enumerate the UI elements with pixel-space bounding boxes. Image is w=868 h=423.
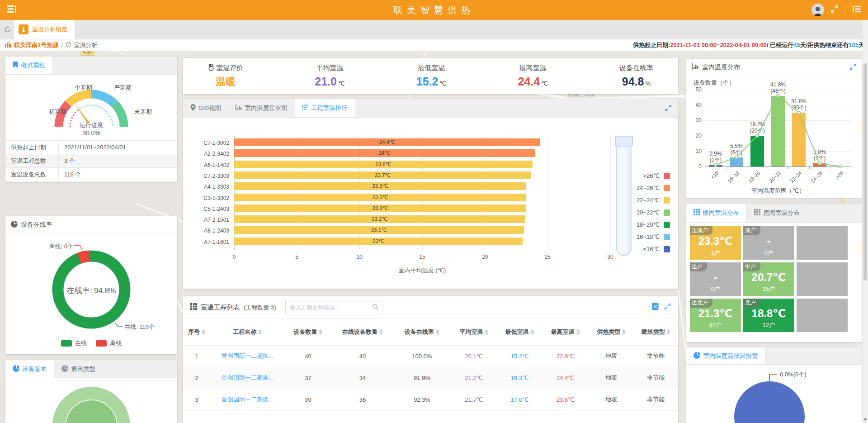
grid-line [610, 136, 611, 250]
expand-icon[interactable] [849, 63, 856, 71]
building-cell[interactable]: 底户18.8℃12户 [743, 299, 794, 332]
overview-attribute-rows: 供热起止日期2021/11/01~2022/04/01室温工程总数3 个室温设备… [5, 140, 177, 181]
legend-item[interactable]: 18~20℃ [637, 219, 670, 231]
sort-caret-icon[interactable] [485, 329, 488, 335]
thermometer-cap [615, 136, 633, 147]
legend-label: 24~26℃ [637, 185, 660, 191]
column-header[interactable]: 建筑类型 [633, 319, 678, 345]
column-header[interactable]: 供热类型 [589, 319, 634, 345]
tab-room-temp-overview[interactable]: 室温分析概览 [14, 20, 75, 39]
expand-icon[interactable] [664, 303, 671, 312]
temp-distribution-chart: 设备数量（个）010203040500.9%(1个)<165.5%(6个)16~… [686, 76, 862, 197]
project-search-input[interactable] [290, 304, 372, 311]
building-cell[interactable]: 边顶户23.3℃1户 [690, 226, 741, 260]
legend-item[interactable]: >26℃ [637, 170, 670, 182]
sidebar-collapse-icon[interactable] [6, 5, 17, 15]
column-header[interactable]: 在线设备数量 [331, 319, 393, 345]
sort-caret-icon[interactable] [576, 329, 580, 335]
sort-caret-icon[interactable] [622, 329, 626, 335]
breadcrumb-source-link[interactable]: 联美浑南1号热源 [14, 41, 58, 49]
ranking-bar: 24.4℃ [234, 138, 540, 146]
cell-position-tag: 边顶户 [690, 226, 712, 235]
sort-caret-icon[interactable] [667, 329, 670, 335]
tab-building-temp[interactable]: 楼内室温分布 [686, 204, 747, 222]
sort-caret-icon[interactable] [319, 329, 322, 335]
ranking-bar: 23.2℃ [234, 215, 525, 223]
expand-icon[interactable] [665, 99, 678, 117]
building-cell[interactable]: 边底户21.3℃82户 [690, 299, 741, 332]
tab-overview-attrs[interactable]: 概览属性 [5, 57, 53, 74]
legend-label: >26℃ [643, 172, 660, 179]
column-header[interactable]: 最低室温 [497, 319, 542, 345]
legend-item[interactable]: 离线 [96, 339, 122, 347]
column-header[interactable]: 最高室温 [542, 319, 589, 345]
overview-panel: 概览属性 初寒期中寒期严寒期末寒期运行进度30.0% 供热起止日期2021/11… [5, 57, 177, 182]
legend-item[interactable]: 24~26℃ [637, 182, 670, 194]
sort-caret-icon[interactable] [202, 329, 205, 335]
heat-source-icon [5, 42, 11, 49]
projects-table-panel: 室温工程列表 (工程数量:3) 序号工程名称设备数量在线设备数量设备在线率平均室… [183, 296, 678, 423]
column-header[interactable]: 序号 [183, 319, 210, 345]
stat-item: 设备在线率94.8% [619, 64, 653, 88]
x-tick-label: 30 [601, 254, 619, 260]
cell-avg: 21.7℃ [450, 389, 497, 410]
search-icon[interactable] [372, 304, 378, 312]
excel-export-icon[interactable] [652, 303, 659, 312]
building-cell[interactable]: 顶户-0户 [743, 226, 794, 260]
legend-item[interactable]: 20~22℃ [637, 206, 670, 219]
cell-devices: 40 [284, 345, 331, 367]
data-label: 41.8%(46个) [762, 81, 794, 94]
legend-item[interactable]: 在线 [61, 339, 87, 347]
sort-caret-icon[interactable] [379, 329, 383, 335]
bar-value-label: 23.2℃ [234, 215, 525, 223]
y-tick-label: 30 [688, 117, 702, 124]
cell-name[interactable]: 首创国际一二期换... [210, 345, 284, 367]
sort-caret-icon[interactable] [531, 329, 534, 335]
cell-index: 3 [183, 389, 210, 410]
tab-comm-type[interactable]: 通讯类型 [54, 360, 103, 378]
refresh-icon[interactable] [0, 20, 14, 39]
column-header[interactable]: 设备数量 [284, 319, 331, 345]
grid-icon [693, 209, 700, 217]
tab-device-version[interactable]: 设备版本 [5, 360, 54, 378]
tab-temp-alarm[interactable]: 室内温度高低温报警 [686, 347, 766, 364]
tab-rank[interactable]: 工程室温排行 [295, 99, 355, 117]
projects-title: 室温工程列表 [201, 303, 240, 312]
legend-item[interactable]: 16~18℃ [637, 231, 670, 243]
dist-bar [750, 136, 764, 166]
cell-household-count: 82户 [690, 321, 741, 329]
alarm-pie-chart: 0.0%(0个) [686, 365, 862, 423]
breadcrumb-separator: / [61, 42, 63, 48]
legend-item[interactable]: <16℃ [637, 243, 670, 255]
cell-name[interactable]: 首创国际一二期换... [210, 367, 284, 389]
y-category-label: A6-1-1402 [184, 162, 229, 168]
scrollbar-down-arrow[interactable] [863, 418, 867, 421]
user-avatar[interactable] [811, 4, 824, 16]
column-header[interactable]: 平均室温 [450, 319, 497, 345]
column-header[interactable]: 工程名称 [210, 319, 284, 345]
sort-caret-icon[interactable] [258, 329, 262, 335]
bar-value-label: 24℃ [234, 149, 535, 157]
cell-heat_type: 地暖 [589, 389, 634, 410]
tab-room-temp[interactable]: 房间室温分布 [747, 204, 807, 222]
column-header[interactable]: 设备在线率 [393, 319, 450, 345]
column-header-label: 设备数量 [293, 328, 317, 335]
tab-pin[interactable]: GIS视图 [183, 99, 228, 117]
x-tick-label: 15 [413, 254, 431, 260]
sort-caret-icon[interactable] [436, 329, 439, 335]
tab-label: GIS视图 [198, 104, 221, 112]
cell-name[interactable]: 首创国际一二期换... [210, 389, 284, 410]
legend-item[interactable]: 22~24℃ [637, 194, 670, 206]
y-category-label: C7-1-3002 [184, 140, 229, 146]
scrollbar-thumb[interactable] [863, 63, 867, 280]
x-tick-label: 20~22 [763, 170, 782, 189]
gauge-progress-label: 运行进度 [5, 121, 177, 129]
stat-label: 最低室温 [416, 64, 446, 72]
column-header-label: 供热类型 [597, 328, 620, 335]
right-drawer-icon[interactable] [852, 5, 862, 15]
cell-household-count: 1户 [690, 249, 741, 257]
building-cell[interactable]: 中户20.7℃15户 [743, 262, 794, 296]
tab-chart[interactable]: 室内温度星空图 [228, 99, 295, 117]
fullscreen-icon[interactable] [830, 5, 839, 15]
building-cell[interactable]: 边户-0户 [690, 262, 741, 296]
